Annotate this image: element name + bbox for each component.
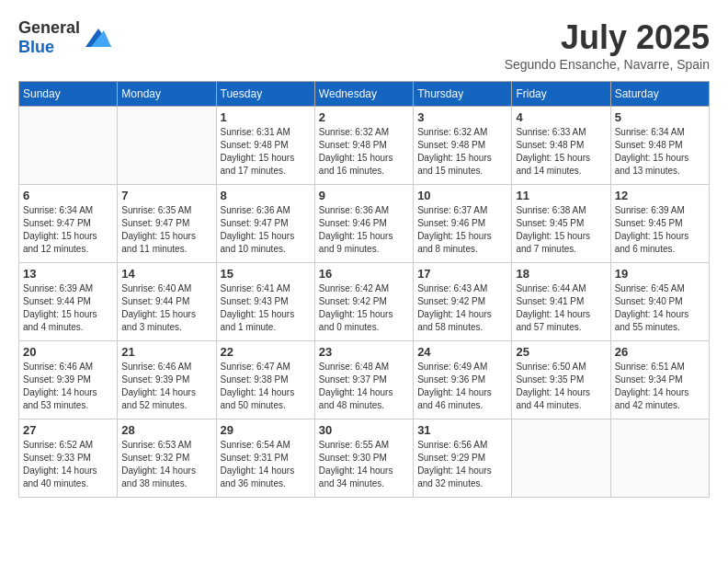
calendar-table: Sunday Monday Tuesday Wednesday Thursday… [18,81,710,498]
day-number: 27 [23,423,113,437]
month-title: July 2025 [505,18,710,57]
day-info: Sunrise: 6:33 AM Sunset: 9:48 PM Dayligh… [516,126,606,178]
day-info: Sunrise: 6:48 AM Sunset: 9:37 PM Dayligh… [319,361,409,412]
calendar-cell: 24Sunrise: 6:49 AM Sunset: 9:36 PM Dayli… [414,341,512,419]
logo-icon [85,29,111,47]
day-info: Sunrise: 6:42 AM Sunset: 9:42 PM Dayligh… [319,282,409,334]
day-number: 4 [516,110,606,124]
calendar-cell: 15Sunrise: 6:41 AM Sunset: 9:43 PM Dayli… [216,263,314,341]
day-number: 26 [615,345,705,359]
day-info: Sunrise: 6:56 AM Sunset: 9:29 PM Dayligh… [417,439,507,490]
day-info: Sunrise: 6:54 AM Sunset: 9:31 PM Dayligh… [221,439,311,490]
day-info: Sunrise: 6:53 AM Sunset: 9:32 PM Dayligh… [121,439,211,490]
day-number: 18 [516,267,606,281]
day-info: Sunrise: 6:39 AM Sunset: 9:44 PM Dayligh… [23,282,113,334]
location-subtitle: Segundo Ensanche, Navarre, Spain [505,57,710,72]
day-info: Sunrise: 6:52 AM Sunset: 9:33 PM Dayligh… [23,439,113,490]
title-area: July 2025 Segundo Ensanche, Navarre, Spa… [505,18,710,72]
day-info: Sunrise: 6:46 AM Sunset: 9:39 PM Dayligh… [121,361,211,412]
logo: General Blue [18,18,111,57]
day-info: Sunrise: 6:45 AM Sunset: 9:40 PM Dayligh… [615,282,705,334]
day-info: Sunrise: 6:31 AM Sunset: 9:48 PM Dayligh… [221,126,311,178]
day-number: 7 [121,189,211,202]
calendar-cell: 31Sunrise: 6:56 AM Sunset: 9:29 PM Dayli… [414,419,512,498]
day-info: Sunrise: 6:36 AM Sunset: 9:47 PM Dayligh… [221,204,311,256]
day-number: 19 [615,267,705,281]
calendar-cell: 7Sunrise: 6:35 AM Sunset: 9:47 PM Daylig… [118,185,216,263]
day-info: Sunrise: 6:43 AM Sunset: 9:42 PM Dayligh… [417,282,507,334]
day-number: 9 [319,189,409,202]
day-number: 13 [23,267,113,281]
header-sunday: Sunday [19,82,118,107]
calendar-cell: 1Sunrise: 6:31 AM Sunset: 9:48 PM Daylig… [216,107,314,185]
calendar-cell: 20Sunrise: 6:46 AM Sunset: 9:39 PM Dayli… [19,341,118,419]
day-info: Sunrise: 6:36 AM Sunset: 9:46 PM Dayligh… [319,204,409,256]
calendar-cell: 14Sunrise: 6:40 AM Sunset: 9:44 PM Dayli… [118,263,216,341]
header-monday: Monday [118,82,216,107]
calendar-cell: 2Sunrise: 6:32 AM Sunset: 9:48 PM Daylig… [314,107,413,185]
day-number: 14 [121,267,211,281]
day-info: Sunrise: 6:46 AM Sunset: 9:39 PM Dayligh… [23,361,113,412]
day-number: 1 [221,110,311,124]
calendar-cell: 30Sunrise: 6:55 AM Sunset: 9:30 PM Dayli… [314,419,413,498]
calendar-cell: 5Sunrise: 6:34 AM Sunset: 9:48 PM Daylig… [610,107,709,185]
week-row-1: 1Sunrise: 6:31 AM Sunset: 9:48 PM Daylig… [19,107,710,185]
day-number: 30 [319,423,409,437]
calendar-cell: 8Sunrise: 6:36 AM Sunset: 9:47 PM Daylig… [216,185,314,263]
day-info: Sunrise: 6:34 AM Sunset: 9:47 PM Dayligh… [23,204,113,256]
day-number: 2 [319,110,409,124]
logo-general: General [18,18,80,37]
header-tuesday: Tuesday [216,82,314,107]
day-info: Sunrise: 6:34 AM Sunset: 9:48 PM Dayligh… [615,126,705,178]
day-number: 23 [319,345,409,359]
calendar-cell: 6Sunrise: 6:34 AM Sunset: 9:47 PM Daylig… [19,185,118,263]
day-info: Sunrise: 6:47 AM Sunset: 9:38 PM Dayligh… [221,361,311,412]
calendar-cell: 16Sunrise: 6:42 AM Sunset: 9:42 PM Dayli… [314,263,413,341]
week-row-5: 27Sunrise: 6:52 AM Sunset: 9:33 PM Dayli… [19,419,710,498]
day-info: Sunrise: 6:55 AM Sunset: 9:30 PM Dayligh… [319,439,409,490]
day-info: Sunrise: 6:38 AM Sunset: 9:45 PM Dayligh… [516,204,606,256]
day-number: 10 [417,189,507,202]
header-thursday: Thursday [414,82,512,107]
day-number: 5 [615,110,705,124]
logo-blue: Blue [18,38,54,56]
day-number: 22 [221,345,311,359]
calendar-cell: 4Sunrise: 6:33 AM Sunset: 9:48 PM Daylig… [512,107,610,185]
day-number: 28 [121,423,211,437]
calendar-cell: 11Sunrise: 6:38 AM Sunset: 9:45 PM Dayli… [512,185,610,263]
calendar-cell: 26Sunrise: 6:51 AM Sunset: 9:34 PM Dayli… [610,341,709,419]
week-row-2: 6Sunrise: 6:34 AM Sunset: 9:47 PM Daylig… [19,185,710,263]
calendar-cell: 23Sunrise: 6:48 AM Sunset: 9:37 PM Dayli… [314,341,413,419]
day-number: 20 [23,345,113,359]
weekday-header-row: Sunday Monday Tuesday Wednesday Thursday… [19,82,710,107]
day-number: 29 [221,423,311,437]
day-info: Sunrise: 6:41 AM Sunset: 9:43 PM Dayligh… [221,282,311,334]
day-info: Sunrise: 6:51 AM Sunset: 9:34 PM Dayligh… [615,361,705,412]
calendar-cell: 21Sunrise: 6:46 AM Sunset: 9:39 PM Dayli… [118,341,216,419]
day-number: 11 [516,189,606,202]
week-row-3: 13Sunrise: 6:39 AM Sunset: 9:44 PM Dayli… [19,263,710,341]
calendar-cell: 3Sunrise: 6:32 AM Sunset: 9:48 PM Daylig… [414,107,512,185]
day-number: 16 [319,267,409,281]
header-wednesday: Wednesday [314,82,413,107]
day-info: Sunrise: 6:32 AM Sunset: 9:48 PM Dayligh… [319,126,409,178]
day-number: 15 [221,267,311,281]
calendar-cell: 27Sunrise: 6:52 AM Sunset: 9:33 PM Dayli… [19,419,118,498]
calendar-cell: 29Sunrise: 6:54 AM Sunset: 9:31 PM Dayli… [216,419,314,498]
day-number: 12 [615,189,705,202]
day-number: 17 [417,267,507,281]
day-info: Sunrise: 6:50 AM Sunset: 9:35 PM Dayligh… [516,361,606,412]
calendar-cell: 12Sunrise: 6:39 AM Sunset: 9:45 PM Dayli… [610,185,709,263]
week-row-4: 20Sunrise: 6:46 AM Sunset: 9:39 PM Dayli… [19,341,710,419]
calendar-cell: 28Sunrise: 6:53 AM Sunset: 9:32 PM Dayli… [118,419,216,498]
day-number: 31 [417,423,507,437]
day-info: Sunrise: 6:40 AM Sunset: 9:44 PM Dayligh… [121,282,211,334]
day-number: 25 [516,345,606,359]
day-info: Sunrise: 6:35 AM Sunset: 9:47 PM Dayligh… [121,204,211,256]
day-number: 8 [221,189,311,202]
calendar-cell: 18Sunrise: 6:44 AM Sunset: 9:41 PM Dayli… [512,263,610,341]
calendar-cell: 19Sunrise: 6:45 AM Sunset: 9:40 PM Dayli… [610,263,709,341]
calendar-cell [19,107,118,185]
day-number: 6 [23,189,113,202]
calendar-cell [512,419,610,498]
